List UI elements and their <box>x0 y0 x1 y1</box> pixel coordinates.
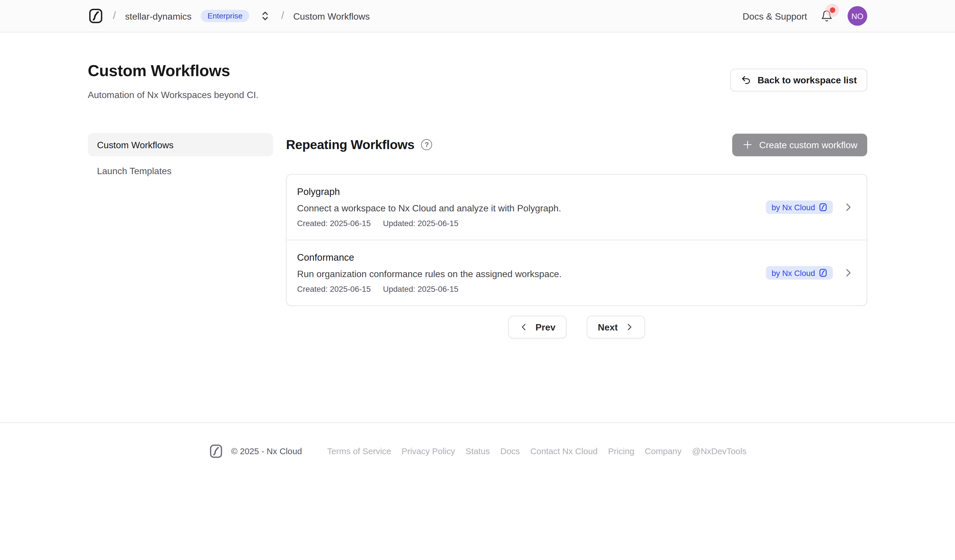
breadcrumb-separator: / <box>281 10 284 22</box>
workflow-row-conformance[interactable]: Conformance Run organization conformance… <box>286 240 867 305</box>
nx-cloud-logo-icon[interactable] <box>88 8 103 24</box>
back-button-label: Back to workspace list <box>758 75 857 85</box>
footer-link-privacy[interactable]: Privacy Policy <box>402 446 455 456</box>
create-button-label: Create custom workflow <box>759 140 858 150</box>
page-title: Custom Workflows <box>88 61 258 80</box>
repeating-workflows-section: Repeating Workflows ? Create custom work… <box>286 133 867 338</box>
next-button[interactable]: Next <box>587 316 645 338</box>
badge-label: by Nx Cloud <box>772 203 815 212</box>
top-nav: / stellar-dynamics Enterprise / Custom W… <box>0 0 955 33</box>
footer-link-status[interactable]: Status <box>465 446 490 456</box>
prev-label: Prev <box>535 322 556 332</box>
settings-sidebar: Custom Workflows Launch Templates <box>88 133 273 338</box>
sidebar-item-launch-templates[interactable]: Launch Templates <box>88 159 273 182</box>
avatar[interactable]: NO <box>848 6 867 26</box>
nx-cloud-footer-logo-icon <box>208 443 223 458</box>
footer-links: Terms of Service Privacy Policy Status D… <box>327 446 747 456</box>
by-nx-cloud-badge[interactable]: by Nx Cloud <box>766 266 833 280</box>
chevron-right-icon <box>843 201 854 212</box>
badge-label: by Nx Cloud <box>772 268 815 278</box>
app-root: / stellar-dynamics Enterprise / Custom W… <box>0 0 955 560</box>
footer-link-company[interactable]: Company <box>645 446 681 456</box>
prev-button[interactable]: Prev <box>509 316 567 338</box>
footer: © 2025 - Nx Cloud Terms of Service Priva… <box>0 423 955 479</box>
by-nx-cloud-badge[interactable]: by Nx Cloud <box>766 200 833 214</box>
footer-link-pricing[interactable]: Pricing <box>608 446 634 456</box>
workflow-name: Polygraph <box>297 186 561 197</box>
chevron-left-icon <box>520 322 529 332</box>
footer-link-terms[interactable]: Terms of Service <box>327 446 391 456</box>
sidebar-item-custom-workflows[interactable]: Custom Workflows <box>88 133 273 156</box>
next-label: Next <box>598 322 618 332</box>
page-subtitle: Automation of Nx Workspaces beyond CI. <box>88 89 258 100</box>
plus-icon <box>742 139 753 150</box>
footer-link-contact[interactable]: Contact Nx Cloud <box>530 446 598 456</box>
footer-link-nxdevtools[interactable]: @NxDevTools <box>692 446 747 456</box>
help-icon[interactable]: ? <box>421 139 432 150</box>
section-title: Repeating Workflows <box>286 137 415 152</box>
back-to-workspace-list-button[interactable]: Back to workspace list <box>730 69 867 91</box>
footer-link-docs[interactable]: Docs <box>500 446 520 456</box>
pagination: Prev Next <box>286 316 867 338</box>
plan-badge: Enterprise <box>200 9 249 22</box>
workflow-list: Polygraph Connect a workspace to Nx Clou… <box>286 174 867 306</box>
org-switcher-icon[interactable] <box>261 10 270 21</box>
chevron-right-icon <box>843 267 854 278</box>
create-custom-workflow-button[interactable]: Create custom workflow <box>732 133 867 156</box>
workflow-row-polygraph[interactable]: Polygraph Connect a workspace to Nx Clou… <box>286 175 867 240</box>
notification-dot <box>830 8 835 13</box>
workflow-description: Connect a workspace to Nx Cloud and anal… <box>297 203 561 214</box>
workflow-description: Run organization conformance rules on th… <box>297 268 562 279</box>
breadcrumb-page[interactable]: Custom Workflows <box>293 11 370 21</box>
workflow-created: Created: 2025-06-15 <box>297 219 371 228</box>
notifications-button[interactable] <box>820 9 833 23</box>
workflow-updated: Updated: 2025-06-15 <box>383 219 459 228</box>
nx-cloud-mini-logo-icon <box>819 203 827 212</box>
docs-support-link[interactable]: Docs & Support <box>742 11 807 21</box>
workflow-updated: Updated: 2025-06-15 <box>383 284 459 293</box>
breadcrumb-separator: / <box>113 10 116 22</box>
breadcrumb-org[interactable]: stellar-dynamics <box>125 11 191 21</box>
workflow-created: Created: 2025-06-15 <box>297 284 371 293</box>
chevron-right-icon <box>625 322 634 332</box>
content-area: Custom Workflows Automation of Nx Worksp… <box>0 33 955 423</box>
workflow-name: Conformance <box>297 252 562 263</box>
nx-cloud-mini-logo-icon <box>819 268 827 277</box>
undo-arrow-icon <box>741 75 751 85</box>
copyright-text: © 2025 - Nx Cloud <box>231 446 302 456</box>
